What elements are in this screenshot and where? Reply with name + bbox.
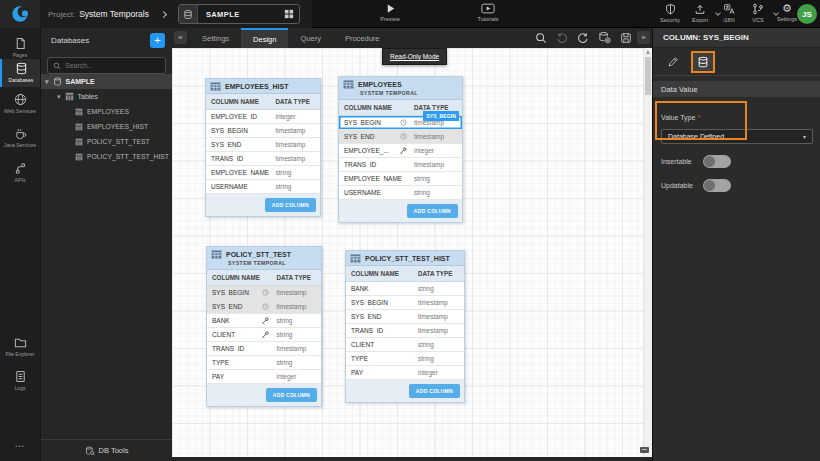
table-row[interactable]: TRANS_IDtimestamp bbox=[206, 152, 320, 166]
sidebar-item-web-services[interactable]: Web Services bbox=[0, 90, 40, 118]
table-row[interactable]: USERNAMEstring bbox=[339, 186, 462, 200]
sidebar-item-logs[interactable]: Logs bbox=[0, 367, 40, 395]
value-type-select[interactable]: Database Defined ▾ bbox=[661, 129, 813, 144]
table-row[interactable]: TRANS_IDtimestamp bbox=[339, 158, 462, 172]
tab-procedure[interactable]: Procedure bbox=[333, 28, 392, 48]
table-row[interactable]: TRANS_IDtimestamp bbox=[207, 342, 321, 356]
table-card-header[interactable]: EMPLOYEES SYSTEM TEMPORAL bbox=[339, 77, 462, 100]
sidebar-item-java-services[interactable]: Java Services bbox=[0, 124, 40, 152]
table-row[interactable]: SYS_ENDtimestamp bbox=[346, 310, 464, 324]
table-card-header[interactable]: POLICY_STT_TEST_HIST bbox=[346, 251, 464, 266]
tree-node-employees[interactable]: EMPLOYEES bbox=[41, 104, 172, 119]
translate-icon bbox=[723, 3, 736, 15]
table-row[interactable]: EMPLOYEE_... integer bbox=[339, 144, 462, 158]
sidebar-item-file-explorer[interactable]: File Explorer bbox=[0, 333, 40, 361]
table-card-header[interactable]: EMPLOYEES_HIST bbox=[206, 79, 320, 94]
caret-down-icon[interactable]: ▾ bbox=[57, 93, 61, 101]
insertable-toggle[interactable] bbox=[703, 155, 731, 168]
undo-icon[interactable] bbox=[556, 32, 568, 44]
table-row[interactable]: SYS_END timestamp bbox=[207, 300, 321, 314]
tab-edit-column[interactable] bbox=[661, 51, 685, 73]
canvas-vertical-scrollbar[interactable] bbox=[643, 48, 652, 457]
tab-query[interactable]: Query bbox=[288, 28, 332, 48]
table-row[interactable]: TYPEstring bbox=[207, 356, 321, 370]
canvas-corner-tool[interactable] bbox=[640, 447, 649, 453]
search-input[interactable] bbox=[65, 62, 160, 69]
save-icon[interactable] bbox=[620, 32, 632, 44]
database-search[interactable] bbox=[47, 57, 166, 74]
table-row[interactable]: CLIENTstring bbox=[346, 338, 464, 352]
table-row-selected[interactable]: SYS_BEGIN timestamp SYS_BEGIN bbox=[339, 116, 462, 130]
tree-node-sample[interactable]: ▾ SAMPLE bbox=[41, 74, 172, 89]
tree-node-tables[interactable]: ▾ Tables bbox=[41, 89, 172, 104]
app-selector[interactable]: SAMPLE bbox=[178, 4, 300, 24]
sidebar-item-pages[interactable]: Pages bbox=[0, 34, 40, 62]
table-row[interactable]: SYS_END timestamp bbox=[339, 130, 462, 144]
collapse-left-button[interactable]: « bbox=[174, 31, 187, 44]
table-row[interactable]: PAYinteger bbox=[346, 366, 464, 380]
add-column-button[interactable]: ADD COLUMN bbox=[409, 384, 460, 398]
redo-icon[interactable] bbox=[577, 32, 589, 44]
branch-icon bbox=[752, 3, 764, 15]
add-column-button[interactable]: ADD COLUMN bbox=[265, 198, 316, 212]
pencil-icon bbox=[667, 56, 679, 68]
table-row[interactable]: SYS_BEGIN timestamp bbox=[207, 286, 321, 300]
commit-db-icon[interactable] bbox=[598, 31, 611, 44]
grid-icon[interactable] bbox=[279, 9, 299, 19]
tab-settings[interactable]: Settings bbox=[190, 28, 241, 48]
add-column-button[interactable]: ADD COLUMN bbox=[266, 388, 317, 402]
table-row[interactable]: CLIENT string bbox=[207, 328, 321, 342]
app-logo[interactable] bbox=[0, 0, 40, 28]
db-tools-button[interactable]: DB Tools bbox=[41, 439, 172, 461]
database-icon bbox=[697, 56, 709, 68]
table-card-employees[interactable]: EMPLOYEES SYSTEM TEMPORAL COLUMN NAME DA… bbox=[338, 76, 463, 223]
export-label: Export bbox=[692, 17, 708, 23]
table-row[interactable]: SYS_BEGINtimestamp bbox=[206, 124, 320, 138]
user-avatar[interactable]: JS bbox=[797, 4, 817, 24]
table-row[interactable]: BANKstring bbox=[346, 282, 464, 296]
tab-column-data[interactable] bbox=[691, 51, 715, 73]
column-name-header: COLUMN NAME bbox=[351, 270, 418, 277]
design-canvas[interactable]: Read-Only Mode EMPLOYEES_HIST COLUMN NAM… bbox=[172, 48, 652, 457]
column-name-header: COLUMN NAME bbox=[212, 274, 276, 281]
expand-right-button[interactable]: » bbox=[637, 31, 650, 44]
table-row[interactable]: SYS_ENDtimestamp bbox=[206, 138, 320, 152]
scroll-up-arrow[interactable] bbox=[646, 50, 650, 54]
sidebar-item-apis[interactable]: APIs bbox=[0, 159, 40, 187]
search-icon[interactable] bbox=[535, 32, 547, 44]
scrollbar-thumb[interactable] bbox=[645, 57, 651, 95]
preview-button[interactable]: Preview bbox=[372, 3, 408, 22]
chevron-right-icon[interactable] bbox=[160, 10, 167, 17]
tree-node-policy-stt-test[interactable]: POLICY_STT_TEST bbox=[41, 134, 172, 149]
sidebar-item-databases[interactable]: Databases bbox=[0, 59, 40, 87]
table-card-policy-stt-test-hist[interactable]: POLICY_STT_TEST_HIST COLUMN NAME DATA TY… bbox=[345, 250, 465, 403]
table-icon bbox=[65, 92, 74, 101]
tutorials-button[interactable]: Tutorials bbox=[470, 3, 506, 22]
tree-node-policy-stt-test-hist[interactable]: POLICY_STT_TEST_HIST bbox=[41, 149, 172, 164]
table-row[interactable]: EMPLOYEE_NAMEstring bbox=[339, 172, 462, 186]
more-options-button[interactable]: ••• bbox=[0, 443, 40, 449]
caret-down-icon[interactable]: ▾ bbox=[45, 78, 49, 86]
table-row[interactable]: BANK string bbox=[207, 314, 321, 328]
left-nav: Pages Databases Web Services Java Servic… bbox=[0, 28, 40, 461]
clock-icon bbox=[262, 303, 269, 310]
table-card-employees-hist[interactable]: EMPLOYEES_HIST COLUMN NAME DATA TYPE EMP… bbox=[205, 78, 321, 217]
table-row[interactable]: EMPLOYEE_IDinteger bbox=[206, 110, 320, 124]
table-row[interactable]: PAYinteger bbox=[207, 370, 321, 384]
tree-node-label: POLICY_STT_TEST_HIST bbox=[87, 153, 169, 160]
add-column-button[interactable]: ADD COLUMN bbox=[407, 204, 458, 218]
sidebar-item-label: Pages bbox=[2, 52, 38, 59]
project-label: Project: bbox=[48, 10, 75, 19]
database-icon bbox=[53, 77, 62, 86]
table-row[interactable]: USERNAMEstring bbox=[206, 180, 320, 194]
add-database-button[interactable]: + bbox=[150, 33, 165, 48]
table-card-policy-stt-test[interactable]: POLICY_STT_TEST SYSTEM TEMPORAL COLUMN N… bbox=[206, 246, 322, 407]
tree-node-employees-hist[interactable]: EMPLOYEES_HIST bbox=[41, 119, 172, 134]
table-row[interactable]: SYS_BEGINtimestamp bbox=[346, 296, 464, 310]
table-row[interactable]: TRANS_IDtimestamp bbox=[346, 324, 464, 338]
table-row[interactable]: EMPLOYEE_NAMEstring bbox=[206, 166, 320, 180]
table-card-header[interactable]: POLICY_STT_TEST SYSTEM TEMPORAL bbox=[207, 247, 321, 270]
updatable-toggle[interactable] bbox=[703, 179, 731, 192]
tab-design[interactable]: Design bbox=[241, 28, 288, 48]
table-row[interactable]: TYPEstring bbox=[346, 352, 464, 366]
